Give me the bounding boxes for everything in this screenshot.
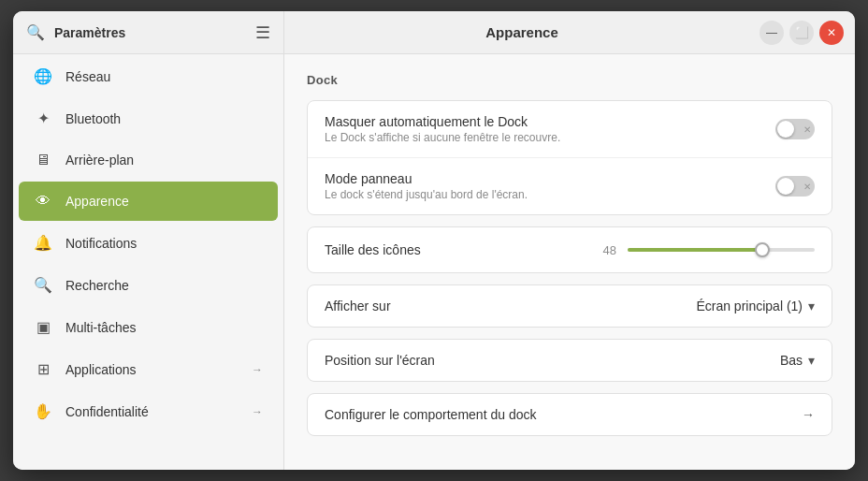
panel-mode-row: Mode panneau Le dock s'étend jusqu'au bo… [308, 158, 832, 214]
sidebar-item-recherche[interactable]: 🔍 Recherche [19, 265, 278, 305]
titlebar: 🔍 Paramètres ☰ Apparence — ⬜ ✕ [13, 11, 855, 54]
auto-hide-text: Masquer automatiquement le Dock Le Dock … [325, 114, 775, 144]
configure-arrow-icon: → [802, 407, 815, 422]
panel-mode-desc: Le dock s'étend jusqu'au bord de l'écran… [325, 188, 775, 201]
dock-toggles-card: Masquer automatiquement le Dock Le Dock … [307, 100, 832, 215]
icon-size-value: 48 [603, 243, 616, 257]
configure-row[interactable]: Configurer le comportement du dock → [308, 394, 832, 435]
icon-size-row: Taille des icônes 48 [308, 227, 832, 272]
content-area: 🌐 Réseau ✦ Bluetooth 🖥 Arrière-plan 👁 Ap… [13, 54, 855, 470]
wallpaper-icon: 🖥 [34, 152, 52, 168]
sidebar-label-apparence: Apparence [65, 194, 129, 209]
sidebar-label-confidentialite: Confidentialité [65, 404, 149, 419]
section-title: Dock [307, 73, 832, 87]
sidebar-item-bluetooth[interactable]: ✦ Bluetooth [19, 98, 278, 138]
sidebar-label-arriere-plan: Arrière-plan [65, 153, 134, 168]
position-value: Bas [780, 353, 803, 368]
auto-hide-label: Masquer automatiquement le Dock [325, 114, 775, 129]
titlebar-left: 🔍 Paramètres ☰ [13, 11, 284, 53]
panel-mode-thumb [777, 178, 794, 195]
confidentialite-arrow-icon: → [252, 405, 263, 418]
display-select[interactable]: Écran principal (1) ▾ [696, 299, 815, 313]
settings-title: Paramètres [54, 25, 125, 40]
sidebar-label-notifications: Notifications [65, 236, 137, 251]
window-title: Apparence [485, 24, 558, 40]
multitask-icon: ▣ [34, 318, 52, 336]
sidebar-label-recherche: Recherche [65, 278, 129, 293]
panel-mode-text: Mode panneau Le dock s'étend jusqu'au bo… [325, 171, 775, 201]
sidebar-item-arriere-plan[interactable]: 🖥 Arrière-plan [19, 140, 278, 180]
toggle-x-icon: ✕ [803, 124, 811, 135]
position-label: Position sur l'écran [325, 353, 780, 368]
apparence-icon: 👁 [34, 193, 52, 210]
notifications-icon: 🔔 [34, 234, 52, 252]
privacy-icon: ✋ [34, 402, 52, 420]
main-window: 🔍 Paramètres ☰ Apparence — ⬜ ✕ 🌐 Réseau … [13, 11, 855, 470]
titlebar-controls: — ⬜ ✕ [760, 21, 855, 45]
position-card: Position sur l'écran Bas ▾ [307, 339, 832, 382]
titlebar-center: Apparence [284, 24, 760, 40]
sidebar: 🌐 Réseau ✦ Bluetooth 🖥 Arrière-plan 👁 Ap… [13, 54, 284, 470]
icon-size-slider[interactable] [628, 240, 815, 259]
applications-arrow-icon: → [252, 363, 263, 376]
display-value: Écran principal (1) [696, 299, 803, 313]
configure-card: Configurer le comportement du dock → [307, 393, 832, 436]
auto-hide-toggle[interactable]: ✕ [775, 119, 815, 139]
search-icon: 🔍 [26, 23, 45, 41]
network-icon: 🌐 [34, 67, 52, 85]
sidebar-item-applications[interactable]: ⊞ Applications → [19, 349, 278, 389]
sidebar-item-multitaches[interactable]: ▣ Multi-tâches [19, 307, 278, 347]
slider-track [628, 248, 815, 252]
display-card: Afficher sur Écran principal (1) ▾ [307, 284, 832, 328]
display-row: Afficher sur Écran principal (1) ▾ [308, 285, 832, 327]
configure-label: Configurer le comportement du dock [325, 407, 802, 422]
slider-fill [628, 248, 762, 252]
hamburger-button[interactable]: ☰ [255, 22, 270, 43]
applications-icon: ⊞ [34, 360, 52, 378]
position-chevron-icon: ▾ [808, 353, 815, 368]
auto-hide-track[interactable]: ✕ [775, 119, 815, 139]
sidebar-item-confidentialite[interactable]: ✋ Confidentialité → [19, 391, 278, 431]
close-button[interactable]: ✕ [819, 21, 844, 45]
slider-thumb[interactable] [755, 242, 770, 257]
main-panel: Dock Masquer automatiquement le Dock Le … [284, 54, 855, 470]
search-sidebar-icon: 🔍 [34, 276, 52, 294]
auto-hide-row: Masquer automatiquement le Dock Le Dock … [308, 101, 832, 158]
sidebar-item-notifications[interactable]: 🔔 Notifications [19, 223, 278, 263]
sidebar-label-multitaches: Multi-tâches [65, 320, 136, 335]
sidebar-item-apparence[interactable]: 👁 Apparence [19, 182, 278, 221]
panel-mode-label: Mode panneau [325, 171, 775, 186]
icon-size-label: Taille des icônes [325, 242, 603, 257]
sidebar-label-reseau: Réseau [65, 69, 110, 84]
panel-mode-track[interactable]: ✕ [775, 176, 815, 197]
sidebar-label-bluetooth: Bluetooth [65, 111, 121, 126]
auto-hide-desc: Le Dock s'affiche si aucune fenêtre le r… [325, 131, 775, 144]
icon-size-card: Taille des icônes 48 [307, 226, 832, 273]
position-select[interactable]: Bas ▾ [780, 353, 815, 368]
sidebar-item-reseau[interactable]: 🌐 Réseau [19, 56, 278, 96]
bluetooth-icon: ✦ [34, 109, 52, 127]
minimize-button[interactable]: — [760, 21, 784, 45]
display-chevron-icon: ▾ [808, 299, 815, 313]
display-label: Afficher sur [325, 299, 696, 313]
maximize-button[interactable]: ⬜ [789, 21, 814, 45]
panel-mode-toggle[interactable]: ✕ [775, 176, 815, 197]
position-row: Position sur l'écran Bas ▾ [308, 340, 832, 381]
auto-hide-thumb [777, 121, 794, 138]
sidebar-label-applications: Applications [65, 362, 137, 377]
toggle-x2-icon: ✕ [803, 182, 811, 192]
